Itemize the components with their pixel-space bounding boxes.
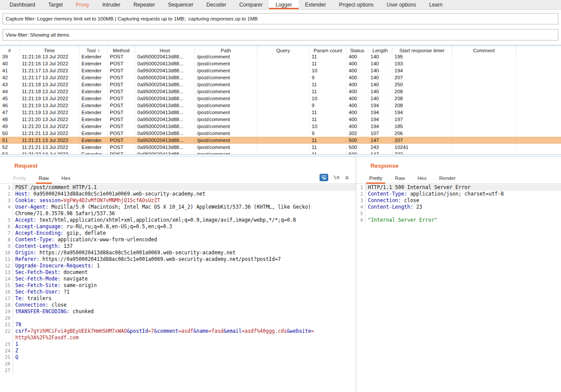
cell-query xyxy=(257,130,309,137)
response-editor[interactable]: 1HTTP/1.1 500 Internal Server Error2Cont… xyxy=(356,184,561,392)
log-table: #TimeTool∧MethodHostPathQueryParam count… xyxy=(0,45,561,155)
response-line-text: Content-Length: 23 xyxy=(366,204,561,210)
cell-query xyxy=(257,88,309,95)
cell-status: 400 xyxy=(347,60,368,67)
menu-tab-project-options[interactable]: Project options xyxy=(333,0,380,9)
request-line: 2Host: 0a9500020413d88ac08c5c1e001a0069.… xyxy=(0,191,356,197)
response-line-text: "Internal Server Error" xyxy=(366,217,561,223)
cell-length: 140 xyxy=(368,74,392,81)
header-label-start_response_timer: Start response timer xyxy=(399,48,445,53)
line-number: 21 xyxy=(0,321,13,328)
menu-tab-target[interactable]: Target xyxy=(42,0,69,9)
menu-tab-proxy[interactable]: Proxy xyxy=(69,0,96,9)
request-line-text: Connection: close xyxy=(13,302,356,308)
cell-host: 0a9500020413d88... xyxy=(135,95,195,102)
response-tab-pretty[interactable]: Pretty xyxy=(369,176,382,183)
request-tab-raw[interactable]: Raw xyxy=(39,176,49,183)
table-row[interactable]: 5211:21:21 13 Jul 2022ExtenderPOST0a9500… xyxy=(0,144,561,151)
line-number: 13 xyxy=(0,269,13,276)
menu-tab-extender[interactable]: Extender xyxy=(299,0,333,9)
request-line: 7Accept-Encoding: gzip, deflate xyxy=(0,230,356,237)
request-line: 25Q xyxy=(0,354,356,361)
header-label-length: Length xyxy=(372,48,388,53)
cell-query xyxy=(257,137,309,144)
prettify-icon[interactable] xyxy=(320,174,328,181)
table-row[interactable]: 4211:21:17 13 Jul 2022ExtenderPOST0a9500… xyxy=(0,74,561,81)
line-number: 26 xyxy=(0,361,13,367)
request-line: 24Z xyxy=(0,348,356,354)
table-row[interactable]: 4511:21:19 13 Jul 2022ExtenderPOST0a9500… xyxy=(0,95,561,102)
cell-param_count: 11 xyxy=(309,109,347,116)
table-row[interactable]: 4311:21:18 13 Jul 2022ExtenderPOST0a9500… xyxy=(0,81,561,88)
cell-host: 0a9500020413d88... xyxy=(135,151,195,155)
editor-menu-icon[interactable]: ≡ xyxy=(345,176,349,180)
cell-query xyxy=(257,81,309,88)
request-line: 9Content-Length: 137 xyxy=(0,243,356,250)
response-tab-render[interactable]: Render xyxy=(439,176,456,183)
view-filter-bar[interactable]: View filter: Showing all items xyxy=(3,29,558,41)
menu-tab-logger[interactable]: Logger xyxy=(269,0,298,9)
cell-comment xyxy=(452,151,516,155)
cell-length: 140 xyxy=(368,88,392,95)
request-line-text xyxy=(13,361,356,367)
header-label-tool: Tool xyxy=(86,48,95,53)
response-tab-raw[interactable]: Raw xyxy=(395,176,405,183)
cell-path: /post/comment xyxy=(195,102,257,109)
cell-method: POST xyxy=(108,130,135,137)
table-row[interactable]: 4911:21:20 13 Jul 2022ExtenderPOST0a9500… xyxy=(0,123,561,130)
newline-icon[interactable]: \n xyxy=(334,175,340,180)
line-number: 19 xyxy=(0,308,13,315)
cell-host: 0a9500020413d88... xyxy=(135,88,195,95)
table-row[interactable]: 5311:21:22 13 Jul 2022ExtenderPOST0a9500… xyxy=(0,151,561,155)
table-row[interactable]: 4611:21:19 13 Jul 2022ExtenderPOST0a9500… xyxy=(0,102,561,109)
table-row[interactable]: 4011:21:16 13 Jul 2022ExtenderPOST0a9500… xyxy=(0,60,561,67)
table-row[interactable]: 5111:21:21 13 Jul 2022ExtenderPOST0a9500… xyxy=(0,137,561,144)
request-tab-hex[interactable]: Hex xyxy=(61,176,70,183)
request-editor[interactable]: 1POST /post/comment HTTP/1.12Host: 0a950… xyxy=(0,184,356,392)
request-line-text: Cookie: session=VgFWy4D2vMfON7vMNMhjQ1Sc… xyxy=(13,197,356,204)
cell-method: POST xyxy=(108,88,135,95)
line-number: 1 xyxy=(0,184,13,191)
line-number: 3 xyxy=(356,197,366,204)
row-filler xyxy=(516,60,561,67)
request-tab-pretty[interactable]: Pretty xyxy=(13,176,26,183)
cell-time: 11:21:21 13 Jul 2022 xyxy=(20,144,79,151)
line-number: 10 xyxy=(0,250,13,256)
menu-tab-decoder[interactable]: Decoder xyxy=(200,0,233,9)
header-label-host: Host xyxy=(160,48,170,53)
cell-time: 11:21:22 13 Jul 2022 xyxy=(20,151,79,155)
request-line-text: User-Agent: Mozilla/5.0 (Macintosh; Inte… xyxy=(13,204,356,210)
menu-tab-repeater[interactable]: Repeater xyxy=(127,0,161,9)
capture-filter-bar[interactable]: Capture filter: Logger memory limit set … xyxy=(3,13,558,24)
line-number: 24 xyxy=(0,348,13,354)
menu-tab-user-options[interactable]: User options xyxy=(380,0,422,9)
cell-host: 0a9500020413d88... xyxy=(135,102,195,109)
table-row[interactable]: 4411:21:18 13 Jul 2022ExtenderPOST0a9500… xyxy=(0,88,561,95)
menu-tab-sequencer[interactable]: Sequencer xyxy=(162,0,200,9)
cell-comment xyxy=(452,130,516,137)
row-filler xyxy=(516,116,561,123)
cell-num: 44 xyxy=(0,88,20,95)
cell-time: 11:21:16 13 Jul 2022 xyxy=(20,60,79,67)
row-filler xyxy=(516,81,561,88)
cell-time: 11:21:20 13 Jul 2022 xyxy=(20,123,79,130)
menu-tab-comparer[interactable]: Comparer xyxy=(233,0,269,9)
table-row[interactable]: 4111:21:17 13 Jul 2022ExtenderPOST0a9500… xyxy=(0,67,561,74)
request-line: 26 xyxy=(0,361,356,367)
table-row[interactable]: 4711:21:19 13 Jul 2022ExtenderPOST0a9500… xyxy=(0,109,561,116)
cell-time: 11:21:19 13 Jul 2022 xyxy=(20,102,79,109)
response-line: 6"Internal Server Error" xyxy=(356,217,561,223)
header-label-comment: Comment xyxy=(473,48,495,53)
table-row[interactable]: 4811:21:20 13 Jul 2022ExtenderPOST0a9500… xyxy=(0,116,561,123)
cell-tool: Extender xyxy=(79,102,108,109)
header-label-method: Method xyxy=(113,48,129,53)
response-tab-hex[interactable]: Hex xyxy=(418,176,426,183)
cell-start_response_timer: 222 xyxy=(392,151,452,155)
menu-tab-intruder[interactable]: Intruder xyxy=(96,0,127,9)
table-row[interactable]: 5011:21:21 13 Jul 2022ExtenderPOST0a9500… xyxy=(0,130,561,137)
table-row[interactable]: 3911:21:16 13 Jul 2022ExtenderPOST0a9500… xyxy=(0,53,561,60)
cell-path: /post/comment xyxy=(195,95,257,102)
cell-num: 41 xyxy=(0,67,20,74)
menu-tab-dashboard[interactable]: Dashboard xyxy=(3,0,42,9)
menu-tab-learn[interactable]: Learn xyxy=(422,0,449,9)
